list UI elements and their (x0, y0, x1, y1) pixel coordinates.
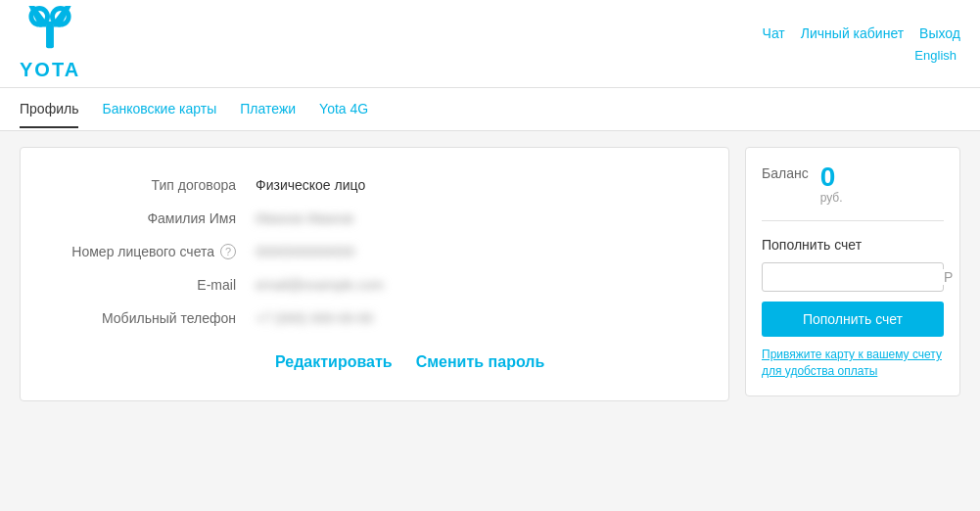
balance-number: 0 (820, 163, 836, 191)
yota-icon (26, 6, 73, 63)
account-label: Номер лицевого счета ? (60, 244, 256, 259)
logo-area: YOTA (20, 6, 80, 81)
tab-payments[interactable]: Платежи (240, 91, 296, 128)
account-value: 0000000000000 (256, 244, 354, 259)
contract-type-value: Физическое лицо (256, 177, 365, 193)
name-row: Фамилия Имя Иванов Иванов (60, 210, 689, 226)
email-row: E-mail email@example.com (60, 277, 689, 293)
chat-link[interactable]: Чат (763, 25, 785, 41)
main-content: Тип договора Физическое лицо Фамилия Имя… (0, 131, 980, 417)
email-value: email@example.com (256, 277, 384, 293)
account-row: Номер лицевого счета ? 0000000000000 (60, 244, 689, 259)
logout-link[interactable]: Выход (919, 25, 960, 41)
recharge-input[interactable] (772, 269, 944, 285)
phone-label: Мобильный телефон (60, 310, 256, 326)
language-link[interactable]: English (914, 48, 957, 63)
profile-actions: Редактировать Сменить пароль (60, 353, 689, 371)
attach-card-link[interactable]: Привяжите карту к вашему счету для удобс… (762, 347, 944, 380)
tab-yota4g[interactable]: Yota 4G (319, 91, 368, 128)
balance-currency: руб. (820, 191, 843, 205)
contract-type-row: Тип договора Физическое лицо (60, 177, 689, 193)
phone-row: Мобильный телефон +7 (000) 000-00-00 (60, 310, 689, 326)
yota-brand-text: YOTA (20, 59, 80, 81)
name-label: Фамилия Имя (60, 210, 256, 226)
edit-link[interactable]: Редактировать (275, 353, 393, 371)
name-value: Иванов Иванов (256, 210, 353, 226)
tab-profile[interactable]: Профиль (20, 91, 78, 128)
balance-label: Баланс (762, 165, 809, 181)
change-password-link[interactable]: Сменить пароль (416, 353, 545, 371)
top-nav-links: Чат Личный кабинет Выход (763, 25, 960, 41)
recharge-currency-symbol: Р (944, 269, 953, 285)
top-nav: Чат Личный кабинет Выход English (763, 25, 960, 63)
tab-bank-cards[interactable]: Банковские карты (102, 91, 216, 128)
recharge-button[interactable]: Пополнить счет (762, 302, 944, 337)
phone-value: +7 (000) 000-00-00 (256, 310, 373, 326)
balance-amount: 0 руб. (820, 163, 843, 205)
svg-rect-4 (46, 22, 54, 49)
contract-type-label: Тип договора (60, 177, 256, 193)
balance-row: Баланс 0 руб. (762, 163, 944, 221)
sidebar: Баланс 0 руб. Пополнить счет Р Пополнить… (745, 147, 960, 401)
email-label: E-mail (60, 277, 256, 293)
cabinet-link[interactable]: Личный кабинет (801, 25, 904, 41)
nav-tabs: Профиль Банковские карты Платежи Yota 4G (0, 88, 980, 131)
recharge-input-row: Р (762, 262, 944, 292)
account-help-icon[interactable]: ? (220, 244, 236, 259)
profile-card: Тип договора Физическое лицо Фамилия Имя… (20, 147, 729, 401)
yota-logo: YOTA (20, 6, 80, 81)
top-bar: YOTA Чат Личный кабинет Выход English (0, 0, 980, 88)
balance-box: Баланс 0 руб. Пополнить счет Р Пополнить… (745, 147, 960, 396)
recharge-label: Пополнить счет (762, 237, 944, 253)
